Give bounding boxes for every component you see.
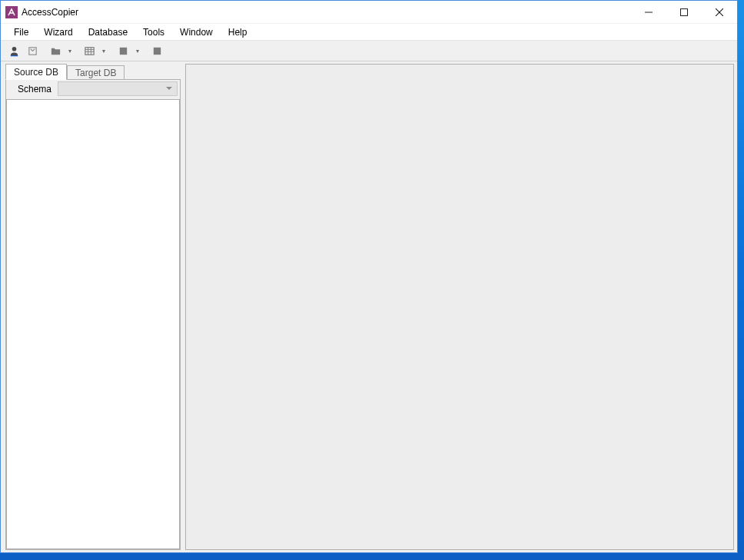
window-controls: [631, 1, 737, 23]
menu-tools[interactable]: Tools: [136, 25, 171, 39]
tab-content: Schema: [5, 79, 181, 550]
tab-target-db[interactable]: Target DB: [67, 65, 125, 79]
folder-dropdown[interactable]: ▾: [65, 42, 75, 59]
tab-label: Source DB: [14, 67, 58, 78]
folder-icon[interactable]: [47, 42, 64, 59]
menu-file[interactable]: File: [7, 25, 35, 39]
left-panel: Source DB Target DB Schema: [1, 61, 183, 552]
table-icon[interactable]: [81, 42, 98, 59]
title-left: AccessCopier: [1, 6, 78, 18]
app-window: AccessCopier File Wizard Database Tools …: [0, 0, 738, 553]
schema-tree[interactable]: [6, 99, 180, 549]
svg-point-5: [12, 46, 16, 51]
square-dropdown[interactable]: ▾: [133, 42, 142, 59]
toolbar: ▾ ▾ ▾: [1, 41, 737, 61]
title-bar: AccessCopier: [1, 1, 737, 24]
table-dropdown[interactable]: ▾: [99, 42, 108, 59]
wizard-icon[interactable]: [24, 42, 41, 59]
main-area: Source DB Target DB Schema: [1, 61, 737, 552]
menu-bar: File Wizard Database Tools Window Help: [1, 24, 737, 41]
schema-select[interactable]: [58, 81, 178, 96]
schema-row: Schema: [6, 80, 180, 98]
menu-wizard[interactable]: Wizard: [37, 25, 79, 39]
menu-window[interactable]: Window: [173, 25, 220, 39]
svg-rect-13: [119, 47, 126, 54]
window-title: AccessCopier: [22, 7, 78, 18]
menu-database[interactable]: Database: [81, 25, 135, 39]
maximize-button[interactable]: [666, 1, 702, 23]
content-panel: [185, 64, 734, 550]
svg-rect-8: [85, 47, 93, 54]
svg-rect-14: [153, 47, 160, 54]
square-icon[interactable]: [115, 42, 131, 59]
schema-label: Schema: [8, 84, 55, 94]
sidebar-tabs: Source DB Target DB: [5, 64, 181, 79]
desktop: AccessCopier File Wizard Database Tools …: [0, 0, 744, 560]
user-icon[interactable]: [5, 42, 22, 59]
svg-rect-2: [681, 8, 688, 15]
minimize-button[interactable]: [631, 1, 666, 23]
menu-help[interactable]: Help: [221, 25, 254, 39]
tab-label: Target DB: [75, 68, 116, 78]
close-button[interactable]: [702, 1, 737, 23]
tab-source-db[interactable]: Source DB: [5, 64, 67, 80]
app-icon: [5, 6, 18, 18]
stop-icon[interactable]: [148, 42, 165, 59]
